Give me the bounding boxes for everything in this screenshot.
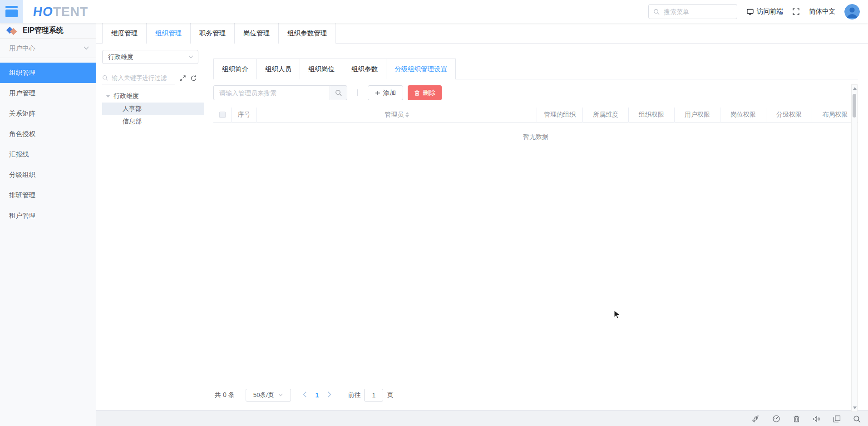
prev-page-button[interactable]	[302, 391, 308, 399]
tab-org-param-management[interactable]: 组织参数管理	[279, 23, 336, 44]
sidebar-item-user-management[interactable]: 用户管理	[0, 83, 96, 103]
sidebar-section-user-center[interactable]: 用户中心	[0, 39, 96, 58]
search-icon	[335, 89, 342, 96]
add-button[interactable]: 添加	[368, 85, 403, 100]
column-index: 序号	[232, 108, 257, 122]
user-avatar[interactable]	[844, 4, 860, 20]
speaker-icon[interactable]	[813, 415, 821, 423]
toolbar-divider	[357, 89, 358, 96]
visit-frontend-label: 访问前端	[757, 7, 783, 16]
tab-dimension-management[interactable]: 维度管理	[102, 23, 147, 44]
sort-icon[interactable]	[405, 112, 409, 118]
goto-page-input[interactable]	[364, 389, 383, 402]
column-administrator-label: 管理员	[385, 111, 404, 119]
admin-search-input[interactable]	[213, 85, 330, 100]
tab-org-management[interactable]: 组织管理	[147, 23, 191, 44]
tree-node-it-dept[interactable]: 信息部	[102, 115, 204, 128]
admin-search-button[interactable]	[330, 85, 347, 100]
trash-icon[interactable]	[793, 415, 800, 423]
tree-node-root[interactable]: 行政维度	[102, 90, 204, 103]
tree-node-label: 信息部	[123, 118, 142, 126]
scroll-up-arrow-icon[interactable]	[853, 87, 857, 90]
column-managed-org: 管理的组织	[537, 108, 583, 122]
search-icon	[653, 9, 660, 15]
app-logo: HOTENT	[33, 5, 88, 19]
column-user-permission: 用户权限	[675, 108, 720, 122]
menu-search-input[interactable]	[663, 8, 726, 16]
page-unit-label: 页	[387, 391, 393, 399]
menu-search-box[interactable]	[648, 4, 737, 19]
tab-org-post[interactable]: 组织岗位	[300, 59, 343, 79]
monitor-icon	[746, 8, 754, 15]
footer-toolbar	[752, 415, 861, 423]
column-dimension: 所属维度	[583, 108, 629, 122]
avatar-person-icon	[844, 4, 860, 20]
tree-filter-input[interactable]	[111, 74, 171, 82]
caret-down-icon	[106, 95, 110, 98]
page-number-1[interactable]: 1	[316, 392, 319, 399]
sidebar-item-tenant-management[interactable]: 租户管理	[0, 206, 96, 226]
org-detail-panel: 组织简介 组织人员 组织岗位 组织参数 分级组织管理设置	[213, 44, 858, 411]
sidebar-item-report-line[interactable]: 汇报线	[0, 144, 96, 165]
table-header-checkbox-cell	[213, 108, 232, 122]
admin-toolbar: 添加 删除	[213, 85, 858, 100]
module-tab-bar: 维度管理 组织管理 职务管理 岗位管理 组织参数管理	[96, 23, 868, 44]
tree-node-label: 行政维度	[113, 92, 139, 100]
tab-org-params[interactable]: 组织参数	[343, 59, 386, 79]
tree-node-hr-dept[interactable]: 人事部	[102, 103, 204, 115]
rocket-icon[interactable]	[752, 415, 760, 423]
dimension-select-value: 行政维度	[108, 53, 133, 61]
sidebar-item-role-auth[interactable]: 角色授权	[0, 124, 96, 144]
column-level-permission: 分级权限	[766, 108, 812, 122]
refresh-icon[interactable]	[190, 75, 197, 82]
delete-button-label: 删除	[423, 89, 435, 97]
tab-org-intro[interactable]: 组织简介	[213, 59, 257, 79]
tree-filter-row	[102, 72, 204, 84]
chevron-down-icon	[188, 55, 193, 59]
tab-org-people[interactable]: 组织人员	[257, 59, 300, 79]
tab-post-management[interactable]: 岗位管理	[235, 23, 279, 44]
pagination-total: 共 0 条	[215, 391, 235, 399]
empty-data-text: 暂无数据	[213, 133, 858, 141]
dimension-select[interactable]: 行政维度	[102, 50, 198, 64]
search-icon	[102, 75, 108, 81]
vertical-scrollbar[interactable]	[851, 84, 858, 412]
delete-button[interactable]: 删除	[408, 85, 442, 100]
system-title: EIP管理系统	[23, 26, 64, 35]
hamburger-icon	[5, 6, 18, 17]
sidebar-item-org-management[interactable]: 组织管理	[0, 63, 96, 83]
windows-icon[interactable]	[833, 415, 841, 423]
select-all-checkbox[interactable]	[219, 112, 226, 118]
scroll-down-arrow-icon[interactable]	[853, 406, 857, 409]
goto-label: 前往	[348, 391, 360, 399]
column-administrator[interactable]: 管理员	[257, 108, 537, 122]
fullscreen-icon[interactable]	[792, 8, 800, 15]
sidebar-item-relation-matrix[interactable]: 关系矩阵	[0, 103, 96, 124]
menu-collapse-button[interactable]	[0, 0, 23, 23]
sidebar-item-hierarchical-org[interactable]: 分级组织	[0, 165, 96, 185]
section-label: 用户中心	[9, 44, 35, 53]
tree-filter-box[interactable]	[102, 72, 175, 84]
tab-duty-management[interactable]: 职务管理	[191, 23, 235, 44]
admin-search-group	[213, 85, 347, 100]
page-size-value: 50条/页	[253, 391, 274, 399]
expand-icon[interactable]	[179, 75, 186, 82]
tab-hierarchical-org-settings[interactable]: 分级组织管理设置	[386, 59, 456, 79]
chevron-down-icon	[278, 393, 283, 397]
trash-icon	[414, 90, 420, 96]
top-header: HOTENT 访问前端 简体中文	[0, 0, 868, 23]
sidebar-item-shift-management[interactable]: 排班管理	[0, 185, 96, 206]
page-size-select[interactable]: 50条/页	[246, 389, 291, 402]
org-tree-panel: 行政维度	[102, 44, 204, 411]
tree-node-label: 人事部	[123, 105, 142, 113]
visit-frontend-link[interactable]: 访问前端	[746, 7, 783, 16]
eip-admin-page: HOTENT 访问前端 简体中文	[0, 0, 868, 426]
performance-icon[interactable]	[772, 415, 780, 423]
content-card: 行政维度	[96, 44, 868, 411]
scrollbar-thumb[interactable]	[853, 94, 856, 118]
search-icon[interactable]	[853, 415, 861, 423]
next-page-button[interactable]	[326, 391, 332, 399]
org-tree: 行政维度 人事部 信息部	[102, 90, 204, 128]
language-label: 简体中文	[809, 7, 835, 16]
language-switch[interactable]: 简体中文	[809, 7, 835, 16]
